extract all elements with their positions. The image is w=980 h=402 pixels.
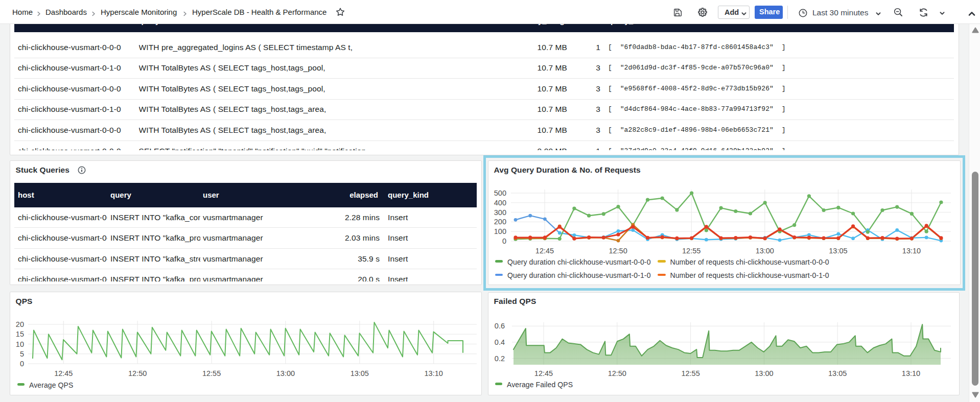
svg-text:12:55: 12:55 (202, 369, 221, 377)
svg-text:300: 300 (494, 208, 506, 217)
svg-text:12:55: 12:55 (681, 369, 699, 377)
svg-text:0.6: 0.6 (495, 322, 505, 330)
svg-text:12:45: 12:45 (535, 247, 554, 255)
svg-text:13:00: 13:00 (755, 369, 773, 377)
svg-text:13:00: 13:00 (756, 247, 774, 255)
svg-text:13:10: 13:10 (902, 247, 921, 255)
svg-text:20: 20 (16, 320, 24, 328)
svg-text:12:50: 12:50 (609, 247, 627, 255)
svg-text:12:50: 12:50 (128, 369, 147, 377)
svg-text:0: 0 (502, 237, 506, 245)
svg-text:12:50: 12:50 (608, 369, 626, 377)
svg-text:13:05: 13:05 (829, 247, 847, 255)
svg-text:100: 100 (494, 227, 506, 235)
svg-text:13:05: 13:05 (828, 369, 847, 377)
svg-text:0: 0 (20, 360, 24, 368)
svg-text:12:45: 12:45 (534, 369, 553, 377)
svg-text:13:10: 13:10 (902, 369, 920, 377)
svg-text:200: 200 (494, 218, 506, 226)
svg-text:12:45: 12:45 (54, 369, 73, 377)
svg-text:500: 500 (494, 189, 506, 197)
svg-text:400: 400 (494, 199, 506, 207)
svg-text:0.4: 0.4 (495, 338, 505, 346)
svg-text:10: 10 (16, 340, 24, 348)
svg-text:13:10: 13:10 (425, 369, 443, 377)
svg-text:0.2: 0.2 (495, 354, 505, 363)
svg-text:15: 15 (16, 330, 24, 338)
svg-text:13:05: 13:05 (351, 369, 369, 377)
svg-text:13:00: 13:00 (276, 369, 295, 377)
svg-text:12:55: 12:55 (682, 247, 701, 255)
svg-text:5: 5 (20, 350, 24, 358)
